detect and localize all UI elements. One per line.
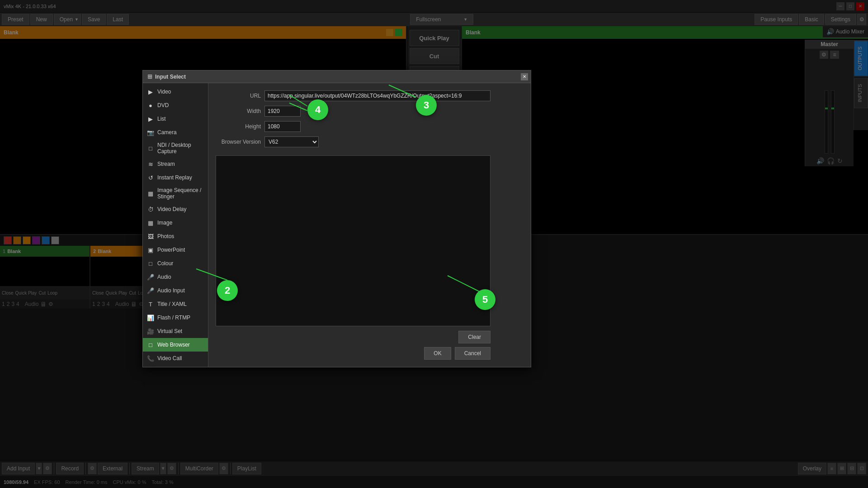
dialog-item-list[interactable]: ▶ List	[143, 112, 208, 126]
ok-button[interactable]: OK	[424, 347, 451, 360]
image-item-icon: ▦	[146, 219, 155, 227]
annotation-5: 5	[475, 289, 495, 310]
height-row: Height	[216, 121, 491, 132]
flash-rtmp-item-icon: 📊	[146, 314, 155, 322]
dialog-sidebar: ▶ Video ● DVD ▶ List 📷 Camera □ NDI /	[143, 83, 208, 367]
ndi-item-icon: □	[146, 144, 155, 152]
annotation-3: 3	[416, 95, 437, 116]
annotation-2: 2	[217, 280, 238, 301]
dialog-title-icon: ⊞	[147, 73, 152, 80]
instant-replay-item-icon: ↺	[146, 174, 155, 182]
dialog-inner: ▶ Video ● DVD ▶ List 📷 Camera □ NDI /	[143, 83, 498, 367]
dialog-preview-canvas	[216, 155, 491, 326]
dialog-item-camera[interactable]: 📷 Camera	[143, 126, 208, 139]
dialog-item-audio-input[interactable]: 🎤 Audio Input	[143, 284, 208, 297]
dialog-item-audio[interactable]: 🎤 Audio	[143, 270, 208, 284]
audio-input-item-icon: 🎤	[146, 286, 155, 295]
height-label: Height	[216, 123, 261, 130]
title-xaml-item-icon: T	[146, 300, 155, 308]
dialog-item-stream[interactable]: ≋ Stream	[143, 157, 208, 171]
url-label: URL	[216, 93, 261, 99]
dialog-ok-cancel: OK Cancel	[216, 343, 491, 360]
dialog-titlebar: ⊞ Input Select ✕	[143, 70, 531, 83]
stream-item-icon: ≋	[146, 160, 155, 168]
dialog-item-video-delay[interactable]: ⏱ Video Delay	[143, 202, 208, 216]
cancel-button[interactable]: Cancel	[455, 347, 491, 360]
dialog-item-ndi[interactable]: □ NDI / Desktop Capture	[143, 139, 208, 157]
dialog-item-virtual-set[interactable]: 🎥 Virtual Set	[143, 324, 208, 338]
clear-button[interactable]: Clear	[458, 331, 491, 343]
dialog-item-video[interactable]: ▶ Video	[143, 85, 208, 99]
camera-item-icon: 📷	[146, 128, 155, 136]
dialog-item-image[interactable]: ▦ Image	[143, 216, 208, 230]
dialog-overlay: ⊞ Input Select ✕ ▶ Video ● DVD ▶ List	[0, 0, 868, 488]
list-item-icon: ▶	[146, 115, 155, 123]
url-row: URL	[216, 90, 491, 101]
video-delay-item-icon: ⏱	[146, 205, 155, 213]
dialog-item-video-call[interactable]: 📞 Video Call	[143, 352, 208, 365]
browser-version-select[interactable]: V62 V78 V100	[264, 136, 319, 147]
video-item-icon: ▶	[146, 88, 155, 96]
dialog-item-image-sequence[interactable]: ▦ Image Sequence / Stinger	[143, 184, 208, 202]
virtual-set-item-icon: 🎥	[146, 327, 155, 335]
annotation-4: 4	[307, 99, 328, 120]
dialog-item-instant-replay[interactable]: ↺ Instant Replay	[143, 171, 208, 184]
audio-item-icon: 🎤	[146, 273, 155, 281]
dialog-item-dvd[interactable]: ● DVD	[143, 99, 208, 112]
input-select-dialog: ⊞ Input Select ✕ ▶ Video ● DVD ▶ List	[142, 70, 531, 367]
dialog-item-powerpoint[interactable]: ▣ PowerPoint	[143, 243, 208, 257]
dialog-close-button[interactable]: ✕	[521, 73, 528, 80]
image-sequence-item-icon: ▦	[146, 189, 155, 197]
video-call-item-icon: 📞	[146, 354, 155, 362]
browser-version-row: Browser Version V62 V78 V100	[216, 136, 491, 147]
height-input[interactable]	[264, 121, 301, 132]
dialog-item-flash-rtmp[interactable]: 📊 Flash / RTMP	[143, 311, 208, 324]
dialog-title: Input Select	[155, 74, 186, 80]
width-label: Width	[216, 108, 261, 114]
dialog-item-web-browser[interactable]: □ Web Browser	[143, 338, 208, 352]
web-browser-item-icon: □	[146, 341, 155, 349]
powerpoint-item-icon: ▣	[146, 246, 155, 254]
dialog-content: URL Width Height Browser Version	[208, 83, 498, 367]
width-row: Width	[216, 106, 491, 117]
colour-item-icon: □	[146, 259, 155, 267]
photos-item-icon: 🖼	[146, 232, 155, 240]
dialog-footer: Clear	[216, 326, 491, 343]
dialog-item-photos[interactable]: 🖼 Photos	[143, 230, 208, 243]
dialog-item-title-xaml[interactable]: T Title / XAML	[143, 297, 208, 311]
browser-version-label: Browser Version	[216, 139, 261, 145]
width-input[interactable]	[264, 106, 301, 117]
dialog-item-colour[interactable]: □ Colour	[143, 257, 208, 270]
dvd-item-icon: ●	[146, 101, 155, 109]
url-input[interactable]	[264, 90, 491, 101]
